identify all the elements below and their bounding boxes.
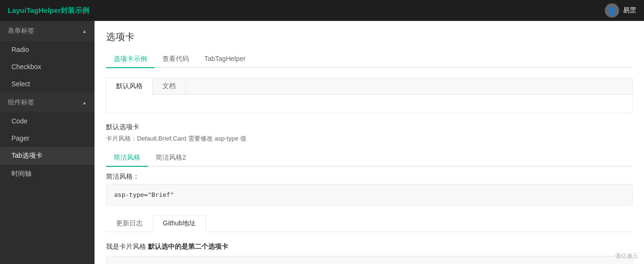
user-info: 👤 易罡 (605, 3, 636, 18)
main-content: 选项卡 选项卡示例 查看代码 TabTagHelper 默认风格 文档 默认选项… (95, 21, 644, 264)
inner-tab-default[interactable]: 默认风格 (106, 78, 153, 95)
brief-code-block: asp-type="Brief" (106, 184, 633, 205)
desc-text: 默认选项卡 (106, 123, 633, 132)
card-content-prefix: 我是卡片风格 (106, 243, 148, 250)
sidebar-group-components-label: 组件标签 (8, 98, 34, 107)
sidebar-item-tab[interactable]: Tab选项卡 (0, 147, 95, 165)
inner-tab-bar: 默认风格 文档 (106, 78, 633, 94)
sidebar-item-code[interactable]: Code (0, 112, 95, 130)
brief-label: 简洁风格： (106, 173, 633, 181)
inner-tab-content (106, 94, 633, 113)
avatar: 👤 (605, 3, 619, 18)
sidebar: 表单标签 ▲ Radio Checkbox Select 组件标签 ▲ Code… (0, 21, 95, 264)
tab-code[interactable]: 查看代码 (155, 51, 197, 68)
section-inner-tabs: 默认风格 文档 (106, 78, 633, 113)
tab-example[interactable]: 选项卡示例 (106, 51, 155, 68)
sidebar-group-forms-label: 表单标签 (8, 27, 34, 35)
desc-sub: 卡片风格：Default,Brief,Card 需要修改 asp-type 值 (106, 134, 633, 143)
card-code-block: 属性：asp-current="索引" asp-show="true"需要放在对… (106, 256, 633, 264)
section-brief: 默认选项卡 卡片风格：Default,Brief,Card 需要修改 asp-t… (106, 123, 633, 205)
sidebar-item-pager[interactable]: Pager (0, 130, 95, 147)
card-tab-update[interactable]: 更新日志 (106, 215, 153, 232)
chevron-up-icon: ▲ (82, 29, 87, 34)
section-card: 更新日志 Github地址 我是卡片风格 默认选中的是第二个选项卡 属性：asp… (106, 215, 633, 264)
username: 易罡 (623, 6, 636, 15)
sidebar-item-radio[interactable]: Radio (0, 41, 95, 58)
card-tab-bar: 更新日志 Github地址 (106, 215, 633, 232)
card-tab-github[interactable]: Github地址 (153, 215, 206, 232)
app-header: LayuiTagHelper封装示例 👤 易罡 (0, 0, 644, 21)
avatar-icon: 👤 (607, 6, 617, 15)
card-content: 我是卡片风格 默认选中的是第二个选项卡 (106, 238, 633, 256)
brief-tab-1[interactable]: 简洁风格 (106, 150, 148, 167)
top-tab-bar: 选项卡示例 查看代码 TabTagHelper (106, 51, 633, 68)
sidebar-item-select[interactable]: Select (0, 75, 95, 92)
brief-tab-2[interactable]: 简洁风格2 (148, 150, 194, 167)
chevron-up-icon-2: ▲ (82, 100, 87, 105)
sidebar-item-checkbox[interactable]: Checkbox (0, 58, 95, 75)
inner-tab-doc[interactable]: 文档 (153, 78, 186, 94)
brief-tab-bar: 简洁风格 简洁风格2 (106, 150, 633, 167)
card-content-bold: 默认选中的是第二个选项卡 (148, 243, 228, 250)
sidebar-group-components[interactable]: 组件标签 ▲ (0, 92, 95, 112)
tab-helper[interactable]: TabTagHelper (197, 51, 253, 68)
sidebar-item-timeline[interactable]: 时间轴 (0, 165, 95, 183)
page-title: 选项卡 (106, 30, 633, 43)
app-title: LayuiTagHelper封装示例 (8, 6, 89, 15)
main-layout: 表单标签 ▲ Radio Checkbox Select 组件标签 ▲ Code… (0, 21, 644, 264)
watermark: ⑧亿速云 (615, 252, 638, 260)
sidebar-group-forms[interactable]: 表单标签 ▲ (0, 21, 95, 41)
